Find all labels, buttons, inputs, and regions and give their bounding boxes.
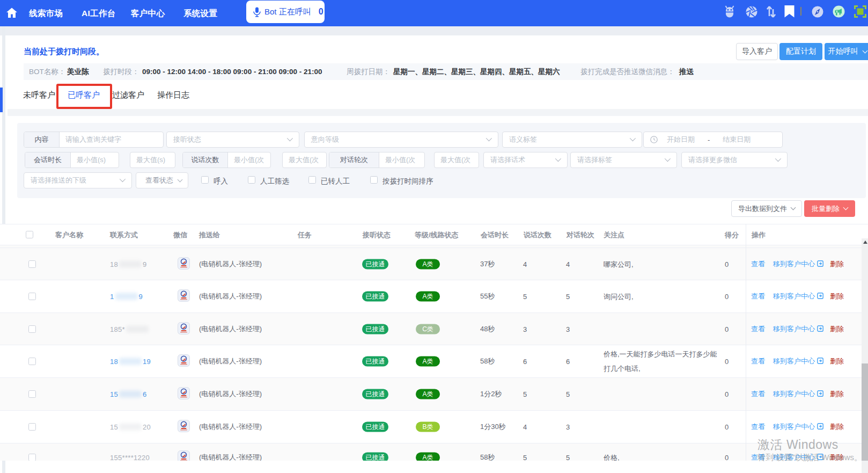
intent-level-select[interactable]: 意向等级: [304, 132, 498, 148]
checkbox-sort-by-call-time[interactable]: [370, 176, 378, 184]
wechat-avatar-icon[interactable]: [178, 257, 190, 271]
content-keyword-input[interactable]: 请输入查询关键字: [60, 135, 163, 144]
view-status-button[interactable]: 查看状态: [136, 172, 188, 188]
wechat-avatar-icon[interactable]: [178, 289, 190, 303]
delete-link[interactable]: 删除: [830, 292, 844, 301]
row-checkbox[interactable]: [28, 358, 36, 365]
view-link[interactable]: 查看: [751, 422, 765, 432]
move-to-customer-center-link[interactable]: 移到客户中心: [773, 422, 823, 432]
bot-calling-status[interactable]: Bot 正在呼叫 0: [246, 1, 325, 23]
checkbox-inbound-call[interactable]: [201, 176, 209, 184]
wechat-avatar-icon[interactable]: [178, 420, 190, 434]
view-link[interactable]: 查看: [751, 389, 765, 399]
tab-uncalled-customers[interactable]: 未呼客户: [23, 90, 55, 100]
sort-arrows-icon[interactable]: [767, 5, 776, 20]
wechat-avatar-icon[interactable]: [178, 450, 190, 461]
scrollbar-up-arrow[interactable]: [863, 241, 867, 244]
delete-link[interactable]: 删除: [830, 389, 844, 399]
nav-item-system-settings[interactable]: 系统设置: [183, 0, 217, 26]
row-checkbox[interactable]: [28, 454, 36, 461]
delete-link[interactable]: 删除: [830, 356, 844, 366]
move-to-customer-center-link[interactable]: 移到客户中心: [773, 259, 823, 269]
grade-badge: A类: [416, 452, 440, 461]
dialog-rounds-min-input[interactable]: 最小值(次: [379, 155, 424, 165]
view-link[interactable]: 查看: [751, 259, 765, 269]
dialog-rounds: 3: [566, 325, 570, 333]
session-duration-label: 会话时长: [25, 152, 71, 168]
row-checkbox[interactable]: [28, 390, 36, 398]
move-to-customer-center-link[interactable]: 移到客户中心: [773, 389, 823, 399]
contact-phone[interactable]: 1819: [110, 358, 151, 366]
talk-count-max-input[interactable]: 最大值(次: [283, 155, 326, 165]
session-duration-max-input[interactable]: 最大值(s): [130, 155, 175, 165]
compass-icon[interactable]: [812, 6, 823, 20]
checkbox-transferred-manual[interactable]: [308, 176, 316, 184]
page-top-band: [0, 26, 868, 35]
scrollbar-thumb[interactable]: [862, 363, 868, 461]
export-data-label: 导出数据到文件: [738, 204, 787, 214]
microphone-icon: [253, 7, 261, 17]
screenshot-frame-icon[interactable]: [854, 5, 866, 20]
vertical-scrollbar[interactable]: [862, 238, 868, 473]
calling-period-alert: 当前处于拨打时间段。: [24, 47, 104, 57]
start-call-button[interactable]: 开始呼叫: [825, 43, 868, 60]
subordinate-select[interactable]: 请选择推送的下级: [24, 172, 132, 188]
aperture-icon[interactable]: [746, 6, 757, 20]
row-checkbox[interactable]: [28, 423, 36, 431]
wechat-avatar-icon[interactable]: [178, 387, 190, 401]
nav-item-ai-workbench[interactable]: AI工作台: [82, 0, 116, 26]
bookmark-icon[interactable]: [784, 5, 795, 20]
dialog-rounds: 5: [566, 453, 570, 461]
semantic-tag-select[interactable]: 语义标签: [502, 132, 642, 148]
dialog-rounds-max-input[interactable]: 最大值(次: [435, 155, 479, 165]
select-all-checkbox[interactable]: [26, 231, 33, 238]
tag-select[interactable]: 请选择标签: [570, 152, 677, 168]
answer-status-badge: 已接通: [362, 389, 388, 399]
row-checkbox[interactable]: [28, 293, 36, 300]
home-icon[interactable]: [5, 6, 18, 21]
configure-plan-button[interactable]: 配置计划: [779, 43, 822, 60]
date-range-picker[interactable]: 开始日期 - 结束日期: [643, 132, 783, 148]
focus-points: 价格,: [604, 450, 720, 461]
wechat-avatar-icon[interactable]: [178, 354, 190, 368]
import-customer-button[interactable]: 导入客户: [736, 43, 778, 60]
talk-count-min-input[interactable]: 最小值(次: [228, 155, 270, 165]
export-data-button[interactable]: 导出数据到文件: [731, 200, 802, 217]
table-body: 189 (电销机器人-张经理) 已接通 A类 37秒 4 4 哪家公司, 0 查…: [0, 245, 868, 461]
script-select[interactable]: 请选择话术: [483, 152, 568, 168]
move-to-customer-center-link[interactable]: 移到客户中心: [773, 324, 823, 334]
nav-item-leads-market[interactable]: 线索市场: [29, 0, 63, 26]
tab-operation-log[interactable]: 操作日志: [157, 90, 189, 100]
megaphone-icon[interactable]: [833, 5, 845, 20]
contact-phone[interactable]: 156: [110, 390, 147, 398]
view-link[interactable]: 查看: [751, 356, 765, 366]
move-to-customer-center-link[interactable]: 移到客户中心: [773, 292, 823, 301]
col-actions: 操作: [752, 224, 766, 246]
tab-filtered-customers[interactable]: 过滤客户: [112, 90, 144, 100]
batch-delete-button[interactable]: 批量删除: [804, 200, 855, 217]
view-link[interactable]: 查看: [751, 292, 765, 301]
contact-phone[interactable]: 19: [110, 293, 143, 301]
delete-link[interactable]: 删除: [830, 422, 844, 432]
dialog-rounds-group: 对话轮次 最小值(次: [329, 152, 425, 168]
move-to-customer-center-link[interactable]: 移到客户中心: [773, 356, 823, 366]
nav-item-customer-center[interactable]: 客户中心: [131, 0, 165, 26]
more-wechat-select[interactable]: 请选择更多微信: [681, 152, 788, 168]
answer-state-select[interactable]: 接听状态: [166, 132, 299, 148]
focus-points: 价格,一天能打多少电话一天打多少能打几个电话,: [604, 347, 720, 376]
delete-link[interactable]: 删除: [830, 259, 844, 269]
grade-badge: A类: [416, 389, 440, 399]
chevron-down-icon: [791, 205, 796, 210]
redaction-blur: [126, 325, 149, 332]
checkbox-manual-filter[interactable]: [248, 176, 255, 184]
session-duration-min-input[interactable]: 最小值(s): [71, 155, 119, 165]
view-link[interactable]: 查看: [751, 324, 765, 334]
bug-robot-icon[interactable]: [725, 5, 734, 20]
wechat-avatar-icon[interactable]: [178, 322, 190, 336]
sidebar-handle[interactable]: [0, 88, 3, 112]
delete-link[interactable]: 删除: [830, 324, 844, 334]
row-checkbox[interactable]: [28, 260, 36, 268]
score: 0: [725, 453, 729, 461]
row-checkbox[interactable]: [28, 325, 36, 333]
col-score: 得分: [725, 224, 739, 246]
